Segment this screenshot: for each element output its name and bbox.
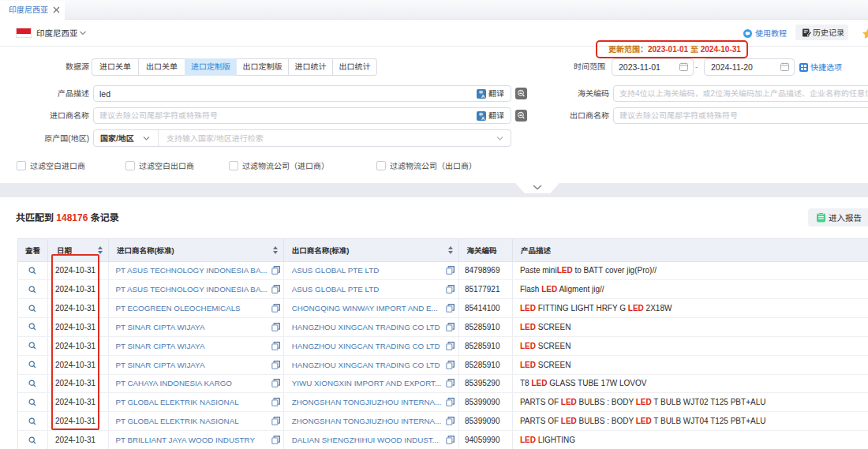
svg-text:A: A — [481, 94, 485, 99]
svg-text:A: A — [481, 116, 485, 121]
